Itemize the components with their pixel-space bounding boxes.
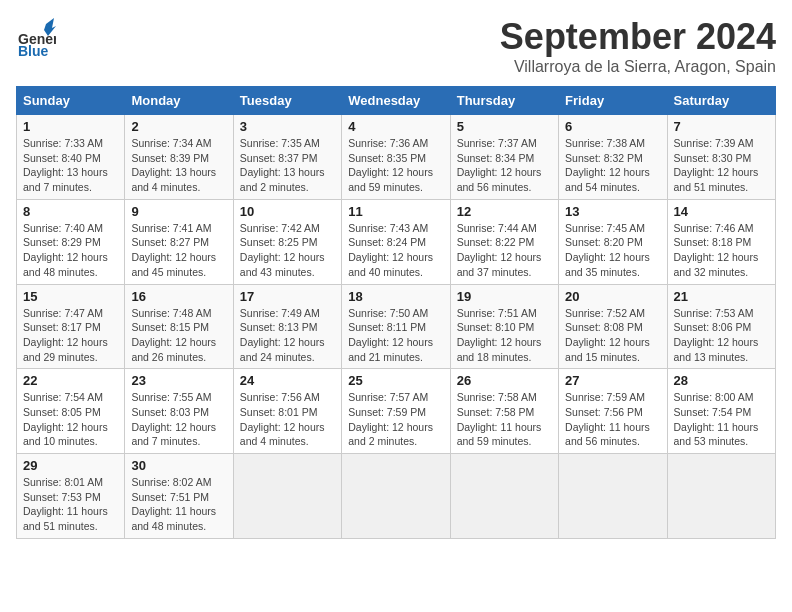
- calendar-cell: [233, 454, 341, 539]
- calendar-cell: 10Sunrise: 7:42 AMSunset: 8:25 PMDayligh…: [233, 199, 341, 284]
- day-number: 6: [565, 119, 660, 134]
- calendar-table: SundayMondayTuesdayWednesdayThursdayFrid…: [16, 86, 776, 539]
- day-number: 5: [457, 119, 552, 134]
- calendar-cell: 28Sunrise: 8:00 AMSunset: 7:54 PMDayligh…: [667, 369, 775, 454]
- day-number: 9: [131, 204, 226, 219]
- day-detail: Sunrise: 8:01 AMSunset: 7:53 PMDaylight:…: [23, 475, 118, 534]
- title-block: September 2024 Villarroya de la Sierra, …: [500, 16, 776, 76]
- calendar-cell: 21Sunrise: 7:53 AMSunset: 8:06 PMDayligh…: [667, 284, 775, 369]
- day-number: 24: [240, 373, 335, 388]
- day-detail: Sunrise: 7:50 AMSunset: 8:11 PMDaylight:…: [348, 306, 443, 365]
- day-detail: Sunrise: 7:45 AMSunset: 8:20 PMDaylight:…: [565, 221, 660, 280]
- day-number: 8: [23, 204, 118, 219]
- day-detail: Sunrise: 7:54 AMSunset: 8:05 PMDaylight:…: [23, 390, 118, 449]
- calendar-cell: 7Sunrise: 7:39 AMSunset: 8:30 PMDaylight…: [667, 115, 775, 200]
- logo: General Blue: [16, 16, 56, 60]
- location: Villarroya de la Sierra, Aragon, Spain: [500, 58, 776, 76]
- calendar-cell: 12Sunrise: 7:44 AMSunset: 8:22 PMDayligh…: [450, 199, 558, 284]
- day-detail: Sunrise: 7:48 AMSunset: 8:15 PMDaylight:…: [131, 306, 226, 365]
- day-number: 15: [23, 289, 118, 304]
- day-detail: Sunrise: 7:52 AMSunset: 8:08 PMDaylight:…: [565, 306, 660, 365]
- calendar-cell: [559, 454, 667, 539]
- day-detail: Sunrise: 7:51 AMSunset: 8:10 PMDaylight:…: [457, 306, 552, 365]
- calendar-cell: 2Sunrise: 7:34 AMSunset: 8:39 PMDaylight…: [125, 115, 233, 200]
- calendar-cell: 23Sunrise: 7:55 AMSunset: 8:03 PMDayligh…: [125, 369, 233, 454]
- calendar-cell: 20Sunrise: 7:52 AMSunset: 8:08 PMDayligh…: [559, 284, 667, 369]
- calendar-cell: 27Sunrise: 7:59 AMSunset: 7:56 PMDayligh…: [559, 369, 667, 454]
- day-detail: Sunrise: 7:44 AMSunset: 8:22 PMDaylight:…: [457, 221, 552, 280]
- day-number: 7: [674, 119, 769, 134]
- calendar-cell: 19Sunrise: 7:51 AMSunset: 8:10 PMDayligh…: [450, 284, 558, 369]
- calendar-cell: 15Sunrise: 7:47 AMSunset: 8:17 PMDayligh…: [17, 284, 125, 369]
- calendar-cell: [342, 454, 450, 539]
- calendar-cell: 16Sunrise: 7:48 AMSunset: 8:15 PMDayligh…: [125, 284, 233, 369]
- column-header-saturday: Saturday: [667, 87, 775, 115]
- calendar-cell: 3Sunrise: 7:35 AMSunset: 8:37 PMDaylight…: [233, 115, 341, 200]
- day-detail: Sunrise: 7:41 AMSunset: 8:27 PMDaylight:…: [131, 221, 226, 280]
- calendar-cell: 25Sunrise: 7:57 AMSunset: 7:59 PMDayligh…: [342, 369, 450, 454]
- day-number: 16: [131, 289, 226, 304]
- svg-text:Blue: Blue: [18, 43, 49, 56]
- calendar-cell: 29Sunrise: 8:01 AMSunset: 7:53 PMDayligh…: [17, 454, 125, 539]
- day-number: 1: [23, 119, 118, 134]
- day-detail: Sunrise: 7:56 AMSunset: 8:01 PMDaylight:…: [240, 390, 335, 449]
- calendar-cell: 14Sunrise: 7:46 AMSunset: 8:18 PMDayligh…: [667, 199, 775, 284]
- day-number: 27: [565, 373, 660, 388]
- day-number: 20: [565, 289, 660, 304]
- day-number: 25: [348, 373, 443, 388]
- calendar-week-2: 8Sunrise: 7:40 AMSunset: 8:29 PMDaylight…: [17, 199, 776, 284]
- calendar-cell: [667, 454, 775, 539]
- day-detail: Sunrise: 7:58 AMSunset: 7:58 PMDaylight:…: [457, 390, 552, 449]
- calendar-week-5: 29Sunrise: 8:01 AMSunset: 7:53 PMDayligh…: [17, 454, 776, 539]
- day-number: 21: [674, 289, 769, 304]
- day-number: 2: [131, 119, 226, 134]
- calendar-cell: 11Sunrise: 7:43 AMSunset: 8:24 PMDayligh…: [342, 199, 450, 284]
- day-detail: Sunrise: 8:00 AMSunset: 7:54 PMDaylight:…: [674, 390, 769, 449]
- day-detail: Sunrise: 7:42 AMSunset: 8:25 PMDaylight:…: [240, 221, 335, 280]
- day-number: 23: [131, 373, 226, 388]
- day-number: 17: [240, 289, 335, 304]
- day-detail: Sunrise: 7:35 AMSunset: 8:37 PMDaylight:…: [240, 136, 335, 195]
- calendar-cell: 17Sunrise: 7:49 AMSunset: 8:13 PMDayligh…: [233, 284, 341, 369]
- day-detail: Sunrise: 7:37 AMSunset: 8:34 PMDaylight:…: [457, 136, 552, 195]
- column-header-monday: Monday: [125, 87, 233, 115]
- day-number: 11: [348, 204, 443, 219]
- day-detail: Sunrise: 7:47 AMSunset: 8:17 PMDaylight:…: [23, 306, 118, 365]
- logo-icon: General Blue: [16, 16, 56, 56]
- day-detail: Sunrise: 7:34 AMSunset: 8:39 PMDaylight:…: [131, 136, 226, 195]
- calendar-cell: [450, 454, 558, 539]
- column-header-sunday: Sunday: [17, 87, 125, 115]
- day-detail: Sunrise: 7:59 AMSunset: 7:56 PMDaylight:…: [565, 390, 660, 449]
- calendar-week-4: 22Sunrise: 7:54 AMSunset: 8:05 PMDayligh…: [17, 369, 776, 454]
- calendar-cell: 30Sunrise: 8:02 AMSunset: 7:51 PMDayligh…: [125, 454, 233, 539]
- calendar-cell: 13Sunrise: 7:45 AMSunset: 8:20 PMDayligh…: [559, 199, 667, 284]
- day-number: 10: [240, 204, 335, 219]
- day-detail: Sunrise: 7:36 AMSunset: 8:35 PMDaylight:…: [348, 136, 443, 195]
- column-header-friday: Friday: [559, 87, 667, 115]
- day-number: 28: [674, 373, 769, 388]
- day-detail: Sunrise: 7:46 AMSunset: 8:18 PMDaylight:…: [674, 221, 769, 280]
- day-number: 30: [131, 458, 226, 473]
- calendar-cell: 6Sunrise: 7:38 AMSunset: 8:32 PMDaylight…: [559, 115, 667, 200]
- column-header-thursday: Thursday: [450, 87, 558, 115]
- day-number: 13: [565, 204, 660, 219]
- day-number: 4: [348, 119, 443, 134]
- column-header-wednesday: Wednesday: [342, 87, 450, 115]
- day-number: 29: [23, 458, 118, 473]
- column-header-tuesday: Tuesday: [233, 87, 341, 115]
- calendar-cell: 8Sunrise: 7:40 AMSunset: 8:29 PMDaylight…: [17, 199, 125, 284]
- day-detail: Sunrise: 7:38 AMSunset: 8:32 PMDaylight:…: [565, 136, 660, 195]
- day-detail: Sunrise: 7:49 AMSunset: 8:13 PMDaylight:…: [240, 306, 335, 365]
- calendar-cell: 22Sunrise: 7:54 AMSunset: 8:05 PMDayligh…: [17, 369, 125, 454]
- day-detail: Sunrise: 7:53 AMSunset: 8:06 PMDaylight:…: [674, 306, 769, 365]
- day-detail: Sunrise: 7:57 AMSunset: 7:59 PMDaylight:…: [348, 390, 443, 449]
- day-detail: Sunrise: 7:55 AMSunset: 8:03 PMDaylight:…: [131, 390, 226, 449]
- day-detail: Sunrise: 7:43 AMSunset: 8:24 PMDaylight:…: [348, 221, 443, 280]
- month-year: September 2024: [500, 16, 776, 58]
- calendar-week-1: 1Sunrise: 7:33 AMSunset: 8:40 PMDaylight…: [17, 115, 776, 200]
- day-number: 26: [457, 373, 552, 388]
- calendar-cell: 5Sunrise: 7:37 AMSunset: 8:34 PMDaylight…: [450, 115, 558, 200]
- day-detail: Sunrise: 8:02 AMSunset: 7:51 PMDaylight:…: [131, 475, 226, 534]
- calendar-cell: 18Sunrise: 7:50 AMSunset: 8:11 PMDayligh…: [342, 284, 450, 369]
- calendar-week-3: 15Sunrise: 7:47 AMSunset: 8:17 PMDayligh…: [17, 284, 776, 369]
